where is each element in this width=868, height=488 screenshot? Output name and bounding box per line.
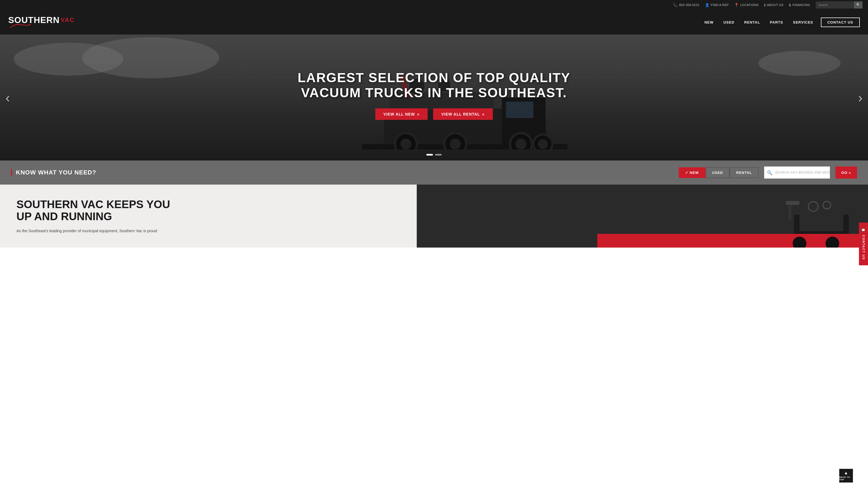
content-left: SOUTHERN VAC KEEPS YOU UP AND RUNNING As… [0,185,417,248]
hero-slider: LARGEST SELECTION OF TOP QUALITY VACUUM … [0,34,868,160]
nav-item-new[interactable]: NEW [700,10,718,34]
logo-area: SOUTHERN VAC [8,15,74,29]
find-rep-label: FIND A REP [711,3,729,7]
about-us-label: ABOUT US [767,3,783,7]
top-search-wrap: 🔍 [816,1,863,8]
find-rep-link[interactable]: 👤 FIND A REP [705,3,729,7]
svg-point-24 [808,201,818,212]
double-arrow-icon: » [417,112,420,117]
logo-vac: VAC [61,17,75,23]
nav-item-parts[interactable]: PARTS [765,10,788,34]
top-search-button[interactable]: 🔍 [854,1,863,8]
view-all-rental-button[interactable]: VIEW ALL RENTAL » [433,108,493,120]
nav-links: NEW USED RENTAL PARTS SERVICES CONTACT U… [700,10,860,34]
content-section: SOUTHERN VAC KEEPS YOU UP AND RUNNING As… [0,185,868,248]
top-bar: 📞 803-358-0221 👤 FIND A REP 📍 LOCATIONS … [0,0,868,10]
filter-new-button[interactable]: ✓ NEW [679,167,706,178]
nav-item-rental[interactable]: RENTAL [739,10,765,34]
content-description: As the Southeast's leading provider of m… [17,228,400,234]
nav-item-used[interactable]: USED [718,10,739,34]
double-arrow-icon2: » [482,112,485,117]
financing-icon: $ [789,3,791,7]
about-icon: ℹ [764,3,766,7]
phone-icon: 📞 [673,3,678,7]
machine-visual [772,198,860,248]
search-section: KNOW WHAT YOU NEED? ✓ NEW USED RENTAL 🔍 … [0,160,868,185]
brand-search-input[interactable] [775,166,830,178]
contact-side-label: CONTACT US [862,235,865,248]
go-arrows-icon: » [849,171,851,175]
phone-link[interactable]: 📞 803-358-0221 [673,3,700,7]
logo-text: SOUTHERN VAC [8,15,74,29]
svg-rect-18 [800,209,843,231]
filter-rental-button[interactable]: RENTAL [730,167,759,178]
content-title: SOUTHERN VAC KEEPS YOU UP AND RUNNING [17,198,400,222]
know-what-label: KNOW WHAT YOU NEED? [11,169,96,176]
nav-item-services[interactable]: SERVICES [788,10,818,34]
about-us-link[interactable]: ℹ ABOUT US [764,3,784,7]
top-search-input[interactable] [816,1,854,8]
filter-buttons: ✓ NEW USED RENTAL [679,167,759,178]
logo[interactable]: SOUTHERN VAC [8,15,74,29]
locations-link[interactable]: 📍 LOCATIONS [734,3,759,7]
financing-label: FINANCING [793,3,810,7]
location-icon: 📍 [734,3,739,7]
hero-title: LARGEST SELECTION OF TOP QUALITY VACUUM … [87,70,781,100]
content-right [417,185,868,248]
contact-side-tab[interactable]: 💬 CONTACT US [859,223,868,248]
person-icon: 👤 [705,3,710,7]
svg-rect-19 [772,234,860,248]
hero-next-button[interactable]: › [858,90,863,105]
hero-buttons: VIEW ALL NEW » VIEW ALL RENTAL » [87,108,781,120]
brand-search-icon: 🔍 [764,170,775,175]
dot-1[interactable] [426,154,433,156]
svg-rect-22 [788,204,791,220]
svg-rect-23 [786,201,800,205]
svg-marker-0 [29,24,31,26]
contact-side-icon: 💬 [862,228,865,232]
nav-item-contact[interactable]: CONTACT US [818,18,860,27]
brand-search-wrap: 🔍 [764,166,830,178]
check-icon: ✓ [685,171,690,175]
logo-swoosh [8,23,74,29]
go-button[interactable]: GO » [835,166,857,178]
dot-2[interactable] [435,154,442,156]
hero-content: LARGEST SELECTION OF TOP QUALITY VACUUM … [87,70,781,120]
view-all-new-button[interactable]: VIEW ALL NEW » [375,108,427,120]
phone-number: 803-358-0221 [679,3,700,7]
locations-label: LOCATIONS [740,3,758,7]
main-nav: SOUTHERN VAC NEW USED RENTAL PARTS SERVI… [0,10,868,34]
financing-link[interactable]: $ FINANCING [789,3,810,7]
svg-point-25 [823,201,831,209]
hero-dots [426,154,442,156]
hero-prev-button[interactable]: ‹ [5,90,10,105]
contact-us-nav-button[interactable]: CONTACT US [821,18,860,27]
filter-used-button[interactable]: USED [706,167,730,178]
